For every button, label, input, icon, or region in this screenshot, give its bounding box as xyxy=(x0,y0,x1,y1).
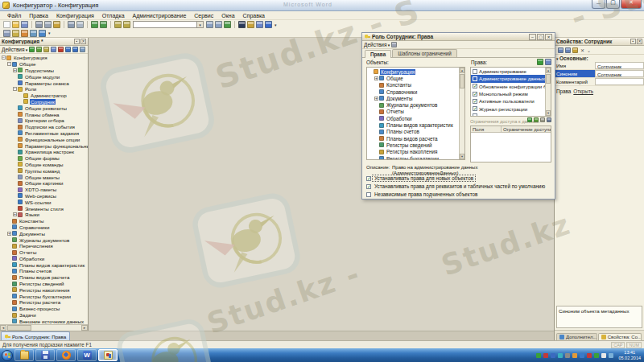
tree-item[interactable]: Планы счетов xyxy=(0,268,88,274)
undo-icon[interactable] xyxy=(91,21,98,28)
tray-icon[interactable] xyxy=(601,353,606,358)
tree-item[interactable]: Планы видов расчета xyxy=(367,135,459,142)
scrollbar-thumb[interactable] xyxy=(546,74,551,84)
tree-item[interactable]: Сотрудник xyxy=(0,99,88,105)
tree-item[interactable]: +Общие xyxy=(367,75,459,81)
tree-item[interactable]: +Документы xyxy=(0,230,88,237)
tab-rights[interactable]: Права xyxy=(365,50,391,58)
section-basic[interactable]: Основные: xyxy=(555,55,644,62)
scroll-right-icon[interactable]: ► xyxy=(81,325,88,331)
word-app[interactable] xyxy=(77,349,97,361)
tree-item[interactable]: Внешние источники данных xyxy=(0,318,88,324)
rights-list[interactable]: АдминистрированиеАдминистрирование данны… xyxy=(471,68,545,116)
tree-item[interactable]: Администратор xyxy=(0,93,88,99)
tree-item[interactable]: WS-ссылки xyxy=(0,199,88,205)
right-item[interactable]: ✓Монопольный режим xyxy=(471,90,545,97)
pin-icon[interactable] xyxy=(74,39,80,44)
tray-icon[interactable] xyxy=(572,353,577,358)
compare-config-icon[interactable] xyxy=(247,21,254,28)
delete-icon[interactable] xyxy=(58,47,64,52)
expand-toggle-icon[interactable]: + xyxy=(374,76,378,80)
maximize-button[interactable] xyxy=(606,0,620,9)
option-checkbox-row[interactable]: ✓Устанавливать права для реквизитов и та… xyxy=(366,183,547,189)
window-tab-role-rights[interactable]: Роль Сотрудник: Права xyxy=(1,331,70,340)
properties-icon[interactable] xyxy=(51,47,56,52)
find-next-icon[interactable] xyxy=(123,21,130,28)
tray-icon[interactable] xyxy=(609,353,613,358)
checkbox[interactable] xyxy=(366,192,371,197)
actions-menu-button[interactable]: Действия xyxy=(364,42,390,47)
tree-item[interactable]: Общие формы xyxy=(0,155,88,162)
property-value[interactable]: Сотрудник xyxy=(595,70,644,77)
close-button[interactable] xyxy=(621,0,642,9)
right-item[interactable] xyxy=(471,113,545,116)
sort-icon[interactable] xyxy=(80,47,85,52)
right-item[interactable]: Администрирование xyxy=(471,68,545,75)
user-icon[interactable] xyxy=(238,21,246,28)
checkbox[interactable]: ✓ xyxy=(473,84,477,88)
scrollbar-thumb[interactable] xyxy=(7,325,31,331)
tray-icon[interactable] xyxy=(536,353,541,358)
toolbar-overflow-icon[interactable]: ▾ xyxy=(48,31,51,35)
tree-item[interactable]: +Языки xyxy=(0,212,88,218)
globe-icon[interactable] xyxy=(39,30,46,37)
scroll-down-icon[interactable]: ▼ xyxy=(546,110,551,116)
toolbar-overflow-icon[interactable]: ▾ xyxy=(275,23,277,27)
property-value[interactable]: Сотрудник xyxy=(595,62,644,69)
filter-icon[interactable] xyxy=(391,42,397,47)
cut-icon[interactable] xyxy=(35,21,43,28)
chevron-down-icon[interactable]: ⌄ xyxy=(587,47,591,53)
checkbox[interactable] xyxy=(473,113,477,116)
tree-item[interactable]: Параметры сеанса xyxy=(0,80,88,86)
expand-toggle-icon[interactable]: + xyxy=(13,68,17,72)
tree-item[interactable]: Параметры функциональных опций xyxy=(0,142,88,149)
zoom-in-icon[interactable] xyxy=(206,21,213,28)
checkbox[interactable]: ✓ xyxy=(473,99,477,104)
scroll-down-icon[interactable]: ▼ xyxy=(460,154,464,159)
vertical-scrollbar[interactable]: ▲ ▼ xyxy=(459,68,464,159)
property-row[interactable]: ИмяСотрудник xyxy=(555,62,644,70)
right-item[interactable]: ✓Обновление конфигурации базы данных xyxy=(471,83,545,90)
onec-app[interactable] xyxy=(98,349,118,361)
option-checkbox-row[interactable]: ✓Устанавливать права для новых объектов xyxy=(366,175,475,181)
tree-item[interactable]: Планы обмена xyxy=(0,111,88,117)
column-restriction[interactable]: Ограничение доступа xyxy=(502,126,551,132)
table-icon[interactable] xyxy=(30,30,37,37)
add-icon[interactable] xyxy=(29,47,35,52)
menu-файл[interactable]: Файл xyxy=(3,13,25,19)
tree-item[interactable]: Регистры сведений xyxy=(0,281,88,287)
tree-item[interactable]: Справочники xyxy=(367,88,459,95)
tray-icon[interactable] xyxy=(587,353,592,358)
database-icon[interactable] xyxy=(256,21,263,28)
tree-item[interactable]: Элементы стиля xyxy=(0,205,88,212)
edit-restriction-icon[interactable] xyxy=(534,117,539,122)
find-icon[interactable] xyxy=(114,21,122,28)
column-fields[interactable]: Поля xyxy=(471,126,502,132)
open-config-icon[interactable] xyxy=(3,30,10,37)
tree-item[interactable]: Отчеты xyxy=(367,109,459,115)
help-icon[interactable] xyxy=(265,21,272,28)
move-down-icon[interactable] xyxy=(72,47,78,52)
tree-item[interactable]: Справочники xyxy=(0,224,88,231)
menu-отладка[interactable]: Отладка xyxy=(98,13,129,19)
dialog-minimize-button[interactable]: – xyxy=(529,34,536,40)
start-button[interactable] xyxy=(2,350,13,361)
tree-item[interactable]: Обработки xyxy=(0,256,88,262)
tree-item[interactable]: Регламентные задания xyxy=(0,130,88,137)
dialog-close-button[interactable]: ✕ xyxy=(545,34,552,40)
configuration-tree[interactable]: −Конфигурация−Общие+ПодсистемыОбщие моду… xyxy=(0,54,88,324)
menu-сервис[interactable]: Сервис xyxy=(190,13,217,19)
property-value[interactable] xyxy=(595,78,644,85)
right-item[interactable]: Администрирование данных xyxy=(471,75,545,82)
tray-icon[interactable] xyxy=(551,353,555,358)
firefox-app[interactable] xyxy=(56,349,76,361)
tree-item[interactable]: −Конфигурация xyxy=(0,55,88,61)
update-db-icon[interactable] xyxy=(21,30,28,37)
tree-item[interactable]: Константы xyxy=(0,218,88,224)
open-icon[interactable] xyxy=(12,21,19,28)
expand-toggle-icon[interactable]: + xyxy=(7,232,11,236)
tray-icon[interactable] xyxy=(543,353,548,358)
checkbox[interactable] xyxy=(473,76,477,81)
tray-icon[interactable] xyxy=(580,353,584,358)
sort-alpha-icon[interactable] xyxy=(565,47,571,53)
